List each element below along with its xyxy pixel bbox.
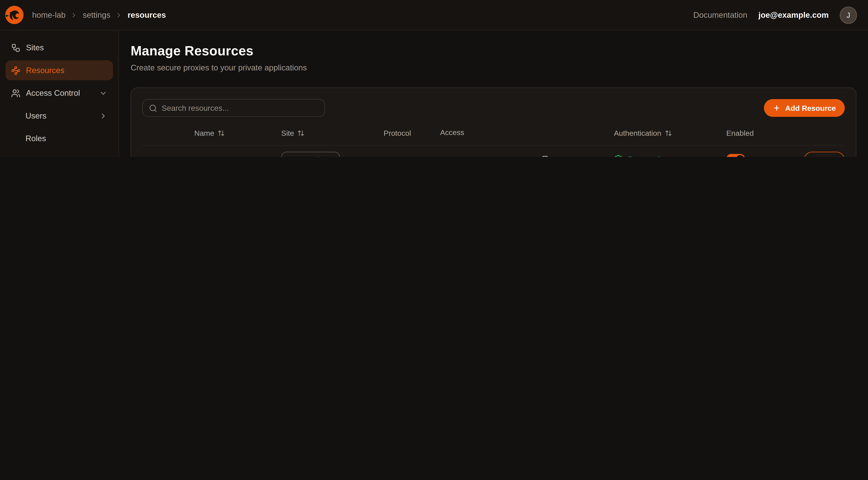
- chevron-right-icon: [99, 112, 107, 120]
- page-subtitle: Create secure proxies to your private ap…: [131, 63, 857, 72]
- sidebar-item-label: Roles: [26, 134, 46, 143]
- main-content: Manage Resources Create secure proxies t…: [119, 30, 868, 157]
- sidebar: Sites Resources Access Control Users Rol…: [0, 30, 119, 157]
- plus-icon: [773, 104, 781, 112]
- site-link[interactable]: Home Lab: [281, 151, 340, 157]
- resources-card: Add Resource Name Site Protocol Access A…: [131, 87, 857, 157]
- edit-button[interactable]: Edit: [804, 151, 845, 157]
- app-window: home-lab settings resources Documentatio…: [0, 0, 868, 157]
- users-icon: [11, 88, 21, 98]
- column-header-name[interactable]: Name: [194, 129, 225, 137]
- sidebar-item-sites[interactable]: Sites: [6, 38, 113, 58]
- sidebar-item-label: Users: [26, 111, 46, 120]
- table-header: Name Site Protocol Access Authentication…: [142, 120, 845, 146]
- column-header-site[interactable]: Site: [281, 129, 305, 137]
- breadcrumb-settings[interactable]: settings: [83, 10, 111, 19]
- waypoints-icon: [11, 66, 21, 75]
- sort-icon: [298, 129, 305, 137]
- enabled-toggle[interactable]: [726, 154, 745, 157]
- column-header-access: Access: [440, 128, 464, 137]
- avatar-initial: J: [846, 11, 850, 19]
- arrow-right-icon: [829, 156, 837, 157]
- sidebar-item-users[interactable]: Users: [6, 106, 113, 126]
- add-resource-button[interactable]: Add Resource: [764, 99, 845, 117]
- row-menu-button[interactable]: [151, 154, 162, 157]
- workflow-icon: [11, 43, 21, 52]
- column-header-authentication[interactable]: Authentication: [614, 129, 672, 137]
- avatar[interactable]: J: [840, 6, 857, 24]
- resource-name: Immich: [194, 155, 281, 157]
- card-toolbar: Add Resource: [142, 99, 845, 117]
- arrow-up-right-icon: [326, 156, 333, 157]
- documentation-link[interactable]: Documentation: [693, 10, 747, 19]
- sidebar-item-roles[interactable]: Roles: [6, 128, 113, 148]
- search-input[interactable]: [162, 103, 318, 112]
- ellipsis-icon: [152, 155, 160, 157]
- breadcrumb-current-page: resources: [128, 10, 166, 19]
- pangolin-logo-icon[interactable]: [4, 5, 24, 25]
- column-header-protocol: Protocol: [383, 129, 411, 137]
- auth-status-badge: Protected: [614, 155, 660, 157]
- resource-protocol: TCP: [383, 155, 440, 157]
- copy-access-button[interactable]: [541, 155, 551, 157]
- breadcrumb: home-lab settings resources: [32, 10, 166, 19]
- sidebar-item-resources[interactable]: Resources: [6, 60, 113, 80]
- chevron-right-icon: [116, 11, 123, 19]
- shield-check-icon: [614, 155, 623, 157]
- topbar-right: Documentation joe@example.com J: [693, 6, 857, 24]
- page-title: Manage Resources: [131, 43, 857, 59]
- user-email[interactable]: joe@example.com: [758, 10, 829, 19]
- table-row: Immich Home Lab TCP https://immich.examp…: [142, 146, 845, 157]
- breadcrumb-org[interactable]: home-lab: [32, 10, 65, 19]
- sidebar-item-label: Sites: [26, 43, 44, 52]
- sidebar-item-access-control[interactable]: Access Control: [6, 83, 113, 103]
- sidebar-item-label: Resources: [26, 66, 64, 75]
- chevron-right-icon: [70, 11, 78, 19]
- sidebar-item-label: Access Control: [26, 89, 80, 97]
- link-icon: [11, 156, 21, 157]
- sidebar-item-shareable-links[interactable]: Shareable Links: [6, 151, 113, 157]
- search-box: [142, 99, 325, 117]
- topbar: home-lab settings resources Documentatio…: [0, 0, 868, 30]
- resource-access-url: https://immich.example.com: [440, 155, 536, 157]
- chevron-down-icon: [99, 89, 107, 97]
- sort-icon: [217, 129, 225, 137]
- copy-icon: [542, 156, 550, 157]
- column-header-enabled: Enabled: [726, 129, 754, 137]
- sort-icon: [664, 129, 672, 137]
- sidebar-item-label: Shareable Links: [26, 157, 84, 157]
- search-icon: [149, 104, 157, 112]
